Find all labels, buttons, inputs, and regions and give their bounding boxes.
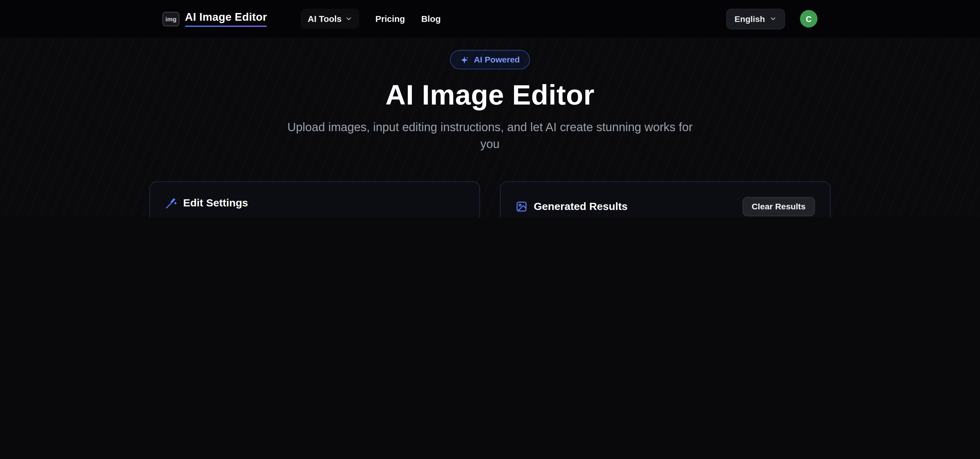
language-selector[interactable]: English [726, 8, 785, 29]
main-panels: Edit Settings Reference Images [150, 182, 831, 217]
brand-name: AI Image Editor [185, 11, 267, 27]
nav-item-blog-label: Blog [421, 14, 441, 24]
avatar[interactable]: C [800, 10, 818, 27]
nav-item-ai-tools-label: AI Tools [308, 14, 341, 24]
navbar-inner: img AI Image Editor AI Tools Pricing Blo… [162, 0, 818, 38]
edit-settings-panel: Edit Settings Reference Images [150, 182, 480, 217]
hero: AI Powered AI Image Editor Upload images… [0, 38, 980, 153]
ai-powered-badge: AI Powered [450, 50, 530, 69]
page-title: AI Image Editor [0, 79, 980, 112]
nav-item-ai-tools[interactable]: AI Tools [301, 9, 359, 29]
page-subtitle: Upload images, input editing instruction… [284, 120, 696, 153]
generated-results-panel: Generated Results Clear Results [500, 182, 831, 217]
chevron-down-icon [770, 15, 777, 22]
nav-right: English C [726, 8, 818, 29]
chevron-down-icon [345, 15, 352, 22]
page: img AI Image Editor AI Tools Pricing Blo… [0, 0, 980, 217]
badge-label: AI Powered [474, 55, 520, 65]
logo[interactable]: img AI Image Editor [162, 11, 267, 27]
edit-settings-title: Edit Settings [183, 197, 248, 209]
nav-item-pricing[interactable]: Pricing [375, 14, 405, 24]
sparkles-icon [460, 55, 469, 64]
image-icon [515, 201, 527, 213]
language-label: English [735, 14, 765, 23]
navbar: img AI Image Editor AI Tools Pricing Blo… [0, 0, 980, 38]
magic-wand-icon [165, 197, 177, 209]
nav-links: AI Tools Pricing Blog [301, 9, 441, 29]
nav-item-blog[interactable]: Blog [421, 14, 441, 24]
clear-results-button[interactable]: Clear Results [742, 197, 815, 216]
edit-settings-header: Edit Settings [165, 197, 464, 209]
logo-icon: img [162, 11, 180, 26]
generated-results-header: Generated Results Clear Results [515, 197, 815, 216]
generated-results-title: Generated Results [534, 201, 628, 213]
nav-item-pricing-label: Pricing [375, 14, 405, 24]
